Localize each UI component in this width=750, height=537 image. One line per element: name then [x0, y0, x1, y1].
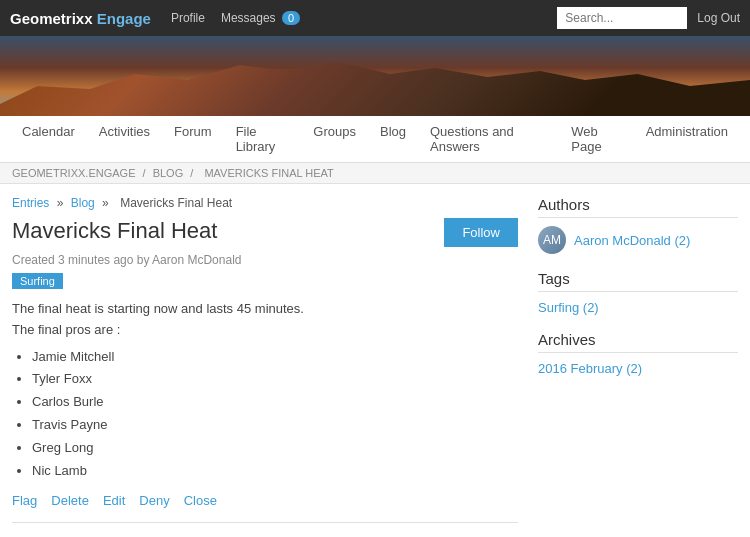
author-link[interactable]: Aaron McDonald (2) [574, 233, 690, 248]
logout-link[interactable]: Log Out [697, 11, 740, 25]
follow-button[interactable]: Follow [444, 218, 518, 247]
post-body-line1: The final heat is starting now and lasts… [12, 299, 518, 320]
brand-logo: Geometrixx Engage [10, 10, 151, 27]
nav-blog[interactable]: Blog [368, 116, 418, 147]
main-navbar: Calendar Activities Forum File Library G… [0, 116, 750, 163]
main-content: Entries » Blog » Mavericks Final Heat Ma… [12, 196, 538, 537]
list-item: Travis Payne [32, 415, 518, 436]
breadcrumb: GEOMETRIXX.ENGAGE / BLOG / MAVERICKS FIN… [0, 163, 750, 184]
list-item: Tyler Foxx [32, 369, 518, 390]
messages-badge: 0 [282, 11, 300, 25]
comment-section: Post Comment [12, 523, 518, 537]
deny-link[interactable]: Deny [139, 493, 169, 508]
list-item: Carlos Burle [32, 392, 518, 413]
profile-link[interactable]: Profile [171, 11, 205, 25]
nav-questions-answers[interactable]: Questions and Answers [418, 116, 559, 162]
breadcrumb-home[interactable]: GEOMETRIXX.ENGAGE [12, 167, 135, 179]
top-navbar: Geometrixx Engage Profile Messages 0 Log… [0, 0, 750, 36]
nav-administration[interactable]: Administration [634, 116, 740, 147]
edit-link[interactable]: Edit [103, 493, 125, 508]
breadcrumb-post: MAVERICKS FINAL HEAT [204, 167, 333, 179]
archive-link[interactable]: 2016 February (2) [538, 361, 642, 376]
sidebar-authors: Authors AM Aaron McDonald (2) [538, 196, 738, 254]
nav-groups[interactable]: Groups [301, 116, 368, 147]
authors-heading: Authors [538, 196, 738, 218]
post-body-line2: The final pros are : [12, 320, 518, 341]
nav-file-library[interactable]: File Library [224, 116, 302, 162]
post-header: Mavericks Final Heat Follow [12, 218, 518, 247]
entry-breadcrumb-post: Mavericks Final Heat [120, 196, 232, 210]
flag-link[interactable]: Flag [12, 493, 37, 508]
entry-breadcrumb: Entries » Blog » Mavericks Final Heat [12, 196, 518, 210]
entry-breadcrumb-blog[interactable]: Blog [71, 196, 95, 210]
hero-image [0, 36, 750, 116]
delete-link[interactable]: Delete [51, 493, 89, 508]
sidebar-author-item: AM Aaron McDonald (2) [538, 226, 738, 254]
post-body: The final heat is starting now and lasts… [12, 299, 518, 481]
hero-mountain [0, 56, 750, 116]
post-actions: Flag Delete Edit Deny Close [12, 493, 518, 523]
archives-heading: Archives [538, 331, 738, 353]
content-area: Entries » Blog » Mavericks Final Heat Ma… [0, 184, 750, 537]
tags-heading: Tags [538, 270, 738, 292]
list-item: Greg Long [32, 438, 518, 459]
nav-activities[interactable]: Activities [87, 116, 162, 147]
post-pros-list: Jamie Mitchell Tyler Foxx Carlos Burle T… [32, 347, 518, 482]
entry-breadcrumb-entries[interactable]: Entries [12, 196, 49, 210]
sidebar: Authors AM Aaron McDonald (2) Tags Surfi… [538, 196, 738, 537]
tag-link[interactable]: Surfing (2) [538, 300, 599, 315]
messages-link[interactable]: Messages 0 [221, 11, 300, 25]
post-tag-badge[interactable]: Surfing [12, 273, 63, 289]
search-input[interactable] [557, 7, 687, 29]
sidebar-tags: Tags Surfing (2) [538, 270, 738, 315]
nav-web-page[interactable]: Web Page [559, 116, 633, 162]
close-link[interactable]: Close [184, 493, 217, 508]
nav-calendar[interactable]: Calendar [10, 116, 87, 147]
breadcrumb-blog[interactable]: BLOG [153, 167, 184, 179]
top-nav-links: Profile Messages 0 [171, 11, 557, 25]
list-item: Nic Lamb [32, 461, 518, 482]
nav-forum[interactable]: Forum [162, 116, 224, 147]
list-item: Jamie Mitchell [32, 347, 518, 368]
sidebar-archives: Archives 2016 February (2) [538, 331, 738, 376]
post-meta: Created 3 minutes ago by Aaron McDonald [12, 253, 518, 267]
author-avatar: AM [538, 226, 566, 254]
post-title: Mavericks Final Heat [12, 218, 217, 244]
